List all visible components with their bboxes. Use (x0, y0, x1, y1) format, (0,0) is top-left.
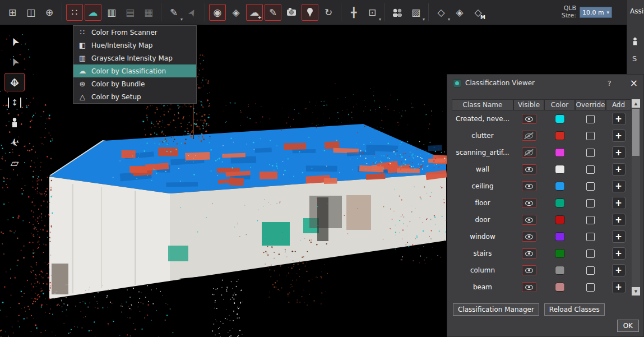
limit-box-icon[interactable]: ◉ (209, 4, 226, 21)
tag-annotation-icon[interactable]: ◈ (228, 4, 244, 21)
color-swatch[interactable] (555, 232, 565, 241)
pointer-tool-icon[interactable]: ➤ (184, 4, 201, 21)
add-class-button[interactable]: + (612, 264, 626, 276)
location-pin-icon[interactable] (302, 4, 318, 21)
color-swatch[interactable] (555, 249, 565, 258)
add-class-button[interactable]: + (612, 113, 626, 125)
camera-icon[interactable] (283, 4, 300, 21)
cloud-add-icon[interactable]: ☁+ (246, 4, 263, 21)
pick-tool-icon[interactable]: ➤ (4, 53, 25, 71)
assistant-panel-title[interactable]: Assis (627, 0, 644, 15)
add-class-button[interactable]: + (612, 247, 626, 260)
menu-item-hue-intensity-map[interactable]: ◧Hue/Intensity Map (73, 39, 196, 52)
walk-tool-icon[interactable] (4, 113, 25, 132)
color-swatch[interactable] (555, 114, 565, 123)
override-checkbox[interactable] (586, 132, 595, 140)
clip-box-icon[interactable]: ⊡▾ (364, 4, 381, 21)
add-class-button[interactable]: + (612, 180, 626, 192)
wireframe-cube-icon[interactable]: ◈ (451, 4, 468, 21)
override-checkbox[interactable] (586, 216, 595, 224)
menu-item-color-by-classification[interactable]: ☁Color by Classification (73, 64, 196, 77)
override-checkbox[interactable] (586, 182, 595, 191)
visibility-on-eye-icon[interactable] (522, 265, 536, 275)
color-swatch[interactable] (555, 148, 565, 157)
hatch-fill-icon[interactable]: ▨▾ (407, 4, 424, 21)
view-cube-icon[interactable]: ◇▾ (433, 4, 450, 21)
override-checkbox[interactable] (586, 233, 595, 241)
menu-item-color-by-setup[interactable]: △Color by Setup (73, 90, 196, 103)
scroll-down-icon[interactable]: ▼ (632, 287, 640, 296)
override-checkbox[interactable] (586, 149, 595, 157)
zoom-select-icon[interactable]: ⊕ (41, 4, 58, 21)
scroll-up-icon[interactable]: ▲ (632, 99, 640, 108)
override-checkbox[interactable] (586, 266, 595, 275)
measure-pen-icon[interactable]: ✎ (265, 4, 281, 21)
color-from-scanner-icon[interactable]: ∷ (66, 4, 83, 21)
visibility-on-eye-icon[interactable] (522, 114, 536, 124)
add-class-button[interactable]: + (612, 146, 626, 159)
color-by-classification-icon[interactable]: ☁ (85, 4, 101, 21)
close-button[interactable]: × (630, 79, 638, 88)
menu-item-color-by-bundle[interactable]: ⊛Color by Bundle (73, 77, 196, 90)
transform-points-icon[interactable]: ╋ (345, 4, 362, 21)
override-checkbox[interactable] (586, 199, 595, 207)
visibility-off-eye-icon[interactable] (522, 147, 536, 158)
scrollbar-track[interactable] (632, 108, 640, 287)
visibility-on-eye-icon[interactable] (522, 164, 536, 174)
map-view-icon[interactable]: ▤ (122, 4, 138, 21)
assistant-user-icon[interactable] (632, 36, 644, 47)
column-header-override[interactable]: Override (575, 99, 606, 110)
override-checkbox[interactable] (586, 165, 595, 174)
image-view-icon[interactable]: ▦ (140, 4, 157, 21)
color-swatch[interactable] (555, 283, 565, 292)
column-header-add[interactable]: Add (606, 99, 631, 110)
cascade-windows-icon[interactable]: ◫ (22, 4, 39, 21)
color-swatch[interactable] (555, 131, 565, 140)
pan-orbit-tool-icon[interactable] (4, 73, 25, 91)
menu-item-color-from-scanner[interactable]: ∷Color From Scanner (73, 26, 196, 39)
override-checkbox[interactable] (586, 115, 595, 123)
color-swatch[interactable] (555, 165, 565, 174)
visibility-on-eye-icon[interactable] (522, 181, 536, 191)
column-header-class-name[interactable]: Class Name (452, 99, 513, 110)
color-swatch[interactable] (555, 266, 565, 275)
visibility-off-eye-icon[interactable] (522, 131, 536, 141)
new-view-icon[interactable]: ⊞ (4, 4, 21, 21)
select-tool-icon[interactable]: ➤ (4, 33, 25, 51)
color-swatch[interactable] (555, 198, 565, 207)
users-icon[interactable] (389, 4, 406, 21)
add-class-button[interactable]: + (612, 130, 626, 142)
qlb-size-select[interactable]: 10.0 m ▾ (580, 7, 612, 18)
reload-classes-button[interactable]: Reload Classes (544, 303, 605, 316)
visibility-on-eye-icon[interactable] (522, 282, 536, 292)
orbit-sync-icon[interactable]: ↻ (320, 4, 337, 21)
add-class-button[interactable]: + (612, 163, 626, 176)
visibility-on-eye-icon[interactable] (522, 198, 536, 208)
elevation-tool-icon[interactable] (4, 93, 25, 112)
column-header-visible[interactable]: Visible (513, 99, 544, 110)
color-swatch[interactable] (555, 215, 565, 224)
scrollbar-thumb[interactable] (632, 109, 640, 156)
ok-button[interactable]: OK (617, 320, 639, 332)
override-checkbox[interactable] (586, 250, 595, 258)
add-class-button[interactable]: + (612, 197, 626, 209)
perspective-box-tool-icon[interactable]: ▱ (4, 154, 25, 172)
grayscale-intensity-icon[interactable]: ▥ (103, 4, 120, 21)
visibility-on-eye-icon[interactable] (522, 215, 536, 225)
help-button[interactable]: ? (608, 79, 611, 87)
qlb-mode-icon[interactable]: ◇M (470, 4, 487, 21)
paint-tool-icon[interactable]: ✎▾ (165, 4, 182, 21)
table-scrollbar[interactable]: ▲ ▼ (632, 99, 640, 296)
add-class-button[interactable]: + (612, 214, 626, 226)
add-class-button[interactable]: + (612, 230, 626, 243)
color-swatch[interactable] (555, 182, 565, 191)
visibility-on-eye-icon[interactable] (522, 232, 536, 242)
column-header-color[interactable]: Color (544, 99, 575, 110)
add-class-button[interactable]: + (612, 281, 626, 293)
assistant-panel-item[interactable]: S (632, 54, 644, 63)
classification-manager-button[interactable]: Classification Manager (453, 303, 539, 316)
override-checkbox[interactable] (586, 283, 595, 292)
visibility-on-eye-icon[interactable] (522, 248, 536, 258)
fly-tool-icon[interactable]: ✈ (4, 133, 25, 152)
menu-item-grayscale-intensity-map[interactable]: ▥Grayscale Intensity Map (73, 52, 196, 64)
